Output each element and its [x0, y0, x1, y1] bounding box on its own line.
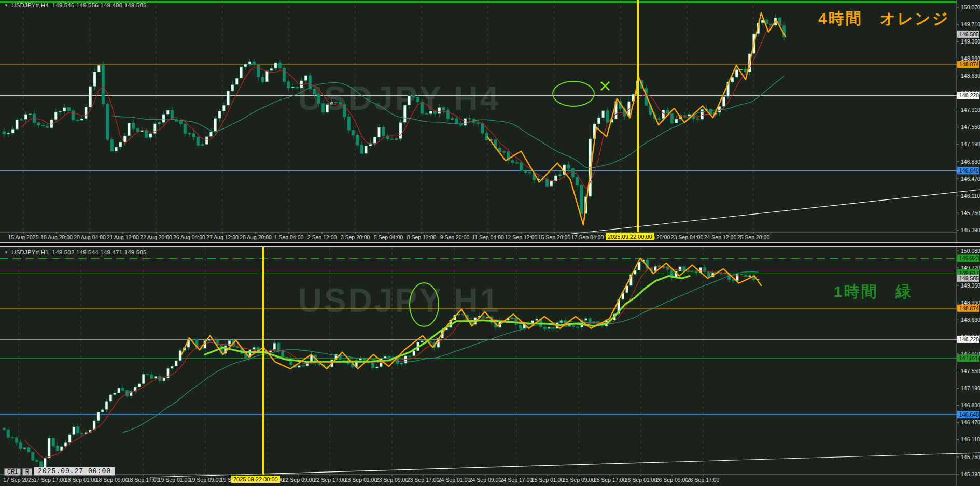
- bear-candle: [253, 62, 256, 65]
- chart-window-h1[interactable]: USDJPY H1150.080149.720149.350148.990148…: [0, 247, 980, 486]
- y-axis-tick-label: 147.910: [961, 107, 980, 113]
- bear-candle: [282, 351, 284, 358]
- bull-candle: [395, 139, 398, 140]
- bull-candle: [399, 122, 402, 138]
- bull-candle: [163, 378, 165, 381]
- price-badge-label: 146.640: [959, 411, 979, 418]
- bear-candle: [412, 96, 415, 97]
- x-axis-tick-label: 17 Sep 2025: [3, 477, 34, 483]
- bull-candle: [109, 395, 112, 401]
- object-toolbar: CR1 R 2025.09.27 00:00: [4, 467, 115, 476]
- bear-candle: [552, 327, 554, 328]
- bear-candle: [352, 130, 355, 135]
- x-axis-tick-label: 19 Sep 01:00: [158, 477, 191, 483]
- bull-candle: [128, 123, 131, 136]
- bear-candle: [261, 77, 264, 82]
- bull-candle: [548, 327, 550, 329]
- bull-candle: [584, 318, 587, 320]
- y-axis-tick-label: 146.470: [961, 419, 980, 425]
- h1-session-marker-badge: 2025.09.22 00:00: [231, 476, 280, 483]
- bull-candle: [408, 96, 411, 105]
- chart-window-h4[interactable]: USDJPY H4150.070149.710149.350148.990148…: [0, 0, 980, 242]
- bull-candle: [149, 134, 152, 138]
- bull-candle: [228, 340, 231, 346]
- bull-candle: [403, 105, 407, 123]
- h4-timeframe-annotation: 4時間 オレンジ: [818, 8, 950, 30]
- bull-candle: [274, 63, 277, 68]
- session-vertical-line[interactable]: [637, 0, 639, 232]
- bear-candle: [27, 448, 30, 452]
- bear-candle: [528, 173, 531, 174]
- bull-candle: [48, 438, 50, 458]
- h4-title-bar: ▼ USDJPY#,H4 149.546 149.556 149.400 149…: [4, 2, 147, 8]
- bull-candle: [502, 152, 506, 153]
- chevron-down-icon[interactable]: ▼: [4, 3, 8, 8]
- y-axis-tick-label: 148.630: [961, 73, 980, 79]
- y-axis-tick-label: 147.550: [961, 368, 980, 374]
- cr1-button[interactable]: CR1: [4, 468, 21, 476]
- h1-chart-canvas[interactable]: USDJPY H1150.080149.720149.350148.990148…: [0, 247, 980, 486]
- bear-candle: [455, 119, 458, 124]
- h4-session-marker-badge: 2025.09.22 00:00: [606, 233, 654, 240]
- bull-candle: [179, 350, 181, 361]
- bear-candle: [740, 274, 743, 275]
- bear-candle: [382, 127, 385, 136]
- bear-candle: [421, 102, 424, 113]
- bear-candle: [515, 163, 519, 164]
- price-badge-label: 148.874: [959, 61, 979, 67]
- h1-title-bar: ▼ USDJPY#,H1 149.502 149.544 149.471 149…: [4, 249, 147, 255]
- bear-candle: [106, 104, 109, 139]
- x-axis-tick-label: 24 Sep 12:00: [704, 234, 737, 240]
- x-axis-tick-label: 28 Aug 20:00: [240, 234, 272, 240]
- x-axis-tick-label: 11 Sep 04:00: [472, 234, 504, 240]
- session-vertical-line[interactable]: [262, 247, 264, 475]
- bear-candle: [37, 123, 40, 125]
- bull-candle: [97, 412, 100, 421]
- price-badge-label: 148.220: [959, 336, 979, 342]
- x-axis-tick-label: 15 Sep 20:00: [538, 234, 571, 240]
- bull-candle: [253, 347, 255, 349]
- bull-candle: [207, 339, 210, 341]
- bull-candle: [270, 68, 273, 71]
- bear-candle: [657, 119, 661, 120]
- x-axis-tick-label: 15 Aug 2025: [8, 234, 39, 240]
- bear-candle: [343, 360, 345, 361]
- bear-candle: [132, 123, 135, 129]
- bear-candle: [601, 325, 604, 326]
- x-axis-tick-label: 17 Sep 17:00: [34, 477, 66, 483]
- bear-candle: [179, 121, 183, 124]
- y-axis-tick-label: 146.470: [961, 176, 980, 182]
- bull-candle: [155, 376, 157, 378]
- bear-candle: [313, 89, 316, 94]
- bull-candle: [291, 87, 295, 88]
- x-axis-tick-label: 8 Sep 12:00: [407, 234, 437, 240]
- bull-candle: [29, 114, 32, 115]
- bear-candle: [188, 134, 191, 135]
- h1-symbol-ohlc: USDJPY#,H1 149.502 149.544 149.471 149.5…: [11, 249, 147, 255]
- bear-candle: [572, 325, 575, 327]
- chevron-down-icon[interactable]: ▼: [4, 250, 8, 255]
- x-axis-tick-label: 23 Sep 04:00: [671, 234, 704, 240]
- window-splitter[interactable]: [0, 242, 980, 247]
- bull-candle: [451, 119, 454, 120]
- bull-candle: [248, 62, 251, 64]
- bull-candle: [464, 119, 467, 126]
- bull-candle: [118, 388, 120, 393]
- bull-candle: [240, 67, 243, 78]
- bull-candle: [218, 111, 221, 119]
- bear-candle: [576, 327, 579, 328]
- r-button[interactable]: R: [22, 468, 32, 476]
- x-axis-tick-label: 1 Sep 04:00: [274, 234, 304, 240]
- bull-candle: [97, 65, 101, 72]
- x-axis-tick-label: 18 Aug 20:00: [40, 234, 73, 240]
- bull-candle: [7, 133, 10, 134]
- bear-candle: [192, 134, 195, 137]
- h1-timeframe-annotation: 1時間 緑: [834, 281, 913, 303]
- x-axis-tick-label: 17 Sep 04:00: [571, 234, 604, 240]
- bull-candle: [101, 410, 104, 412]
- h4-chart-canvas[interactable]: USDJPY H4150.070149.710149.350148.990148…: [0, 0, 980, 242]
- bear-candle: [296, 87, 299, 88]
- x-axis-tick-label: 23 Sep 09:00: [376, 477, 409, 483]
- object-datetime-badge[interactable]: 2025.09.27 00:00: [34, 467, 115, 476]
- x-axis-tick-label: 26 Sep 17:00: [687, 477, 720, 483]
